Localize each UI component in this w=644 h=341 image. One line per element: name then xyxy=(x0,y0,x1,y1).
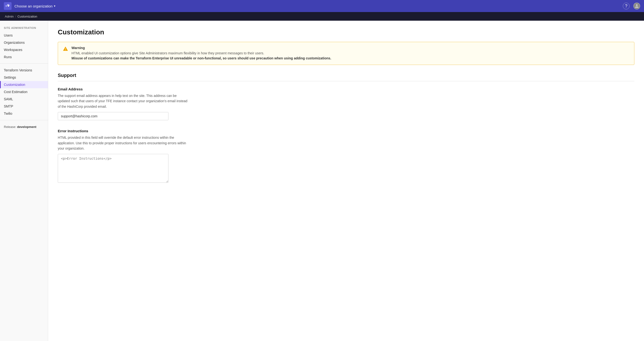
logo-icon xyxy=(5,3,10,8)
org-selector-chevron: ▾ xyxy=(54,4,55,8)
nav-right: ? xyxy=(623,3,640,9)
sidebar-item-smtp[interactable]: SMTP xyxy=(0,103,48,110)
warning-title: Warning xyxy=(72,46,629,50)
email-address-description: The support email address appears in hel… xyxy=(58,93,188,109)
error-instructions-label: Error Instructions xyxy=(58,129,634,133)
nav-left: Choose an organization ▾ xyxy=(4,2,55,10)
sidebar: SITE ADMINISTRATION Users Organizations … xyxy=(0,21,48,341)
error-instructions-field-block: Error Instructions HTML provided in this… xyxy=(58,129,634,183)
sidebar-divider-2 xyxy=(0,120,48,120)
sidebar-item-twilio[interactable]: Twilio xyxy=(0,110,48,117)
sidebar-item-runs[interactable]: Runs xyxy=(0,53,48,61)
breadcrumb-current: Customization xyxy=(17,15,37,18)
error-instructions-description: HTML provided in this field will overrid… xyxy=(58,135,188,151)
email-address-input[interactable] xyxy=(58,112,168,120)
warning-text-normal: HTML enabled UI customization options gi… xyxy=(72,51,264,55)
sidebar-item-customization[interactable]: Customization xyxy=(0,81,48,88)
release-label: Release: xyxy=(4,125,16,129)
support-section-title: Support xyxy=(58,73,634,81)
page-layout: SITE ADMINISTRATION Users Organizations … xyxy=(0,21,644,341)
sidebar-item-organizations[interactable]: Organizations xyxy=(0,39,48,46)
sidebar-item-workspaces[interactable]: Workspaces xyxy=(0,46,48,53)
main-content: Customization Warning HTML enabled UI cu… xyxy=(48,21,644,341)
sidebar-item-cost-estimation[interactable]: Cost Estimation xyxy=(0,88,48,95)
email-address-field-block: Email Address The support email address … xyxy=(58,87,634,127)
help-button[interactable]: ? xyxy=(623,3,630,9)
avatar-icon xyxy=(634,4,639,8)
org-selector-text: Choose an organization xyxy=(14,4,52,8)
sidebar-item-saml[interactable]: SAML xyxy=(0,95,48,103)
warning-box: Warning HTML enabled UI customization op… xyxy=(58,42,634,65)
sidebar-item-users[interactable]: Users xyxy=(0,32,48,39)
warning-text-bold: Misuse of customizations can make the Te… xyxy=(72,56,331,60)
breadcrumb-admin[interactable]: Admin xyxy=(5,15,14,18)
release-value: development xyxy=(17,125,36,129)
error-instructions-textarea[interactable] xyxy=(58,154,168,183)
org-selector[interactable]: Choose an organization ▾ xyxy=(14,4,55,8)
sidebar-item-terraform-versions[interactable]: Terraform Versions xyxy=(0,67,48,74)
warning-text: HTML enabled UI customization options gi… xyxy=(72,51,629,61)
sidebar-divider-1 xyxy=(0,63,48,64)
breadcrumb-separator: / xyxy=(15,15,16,18)
email-address-label: Email Address xyxy=(58,87,634,91)
warning-content: Warning HTML enabled UI customization op… xyxy=(72,46,629,61)
user-avatar[interactable] xyxy=(634,3,640,9)
breadcrumb-bar: Admin / Customization xyxy=(0,12,644,21)
support-section: Support Email Address The support email … xyxy=(58,73,634,183)
app-logo[interactable] xyxy=(4,2,12,10)
sidebar-item-settings[interactable]: Settings xyxy=(0,74,48,81)
page-title: Customization xyxy=(58,28,634,36)
sidebar-section-label: SITE ADMINISTRATION xyxy=(0,26,48,32)
top-nav: Choose an organization ▾ ? xyxy=(0,0,644,12)
warning-icon xyxy=(63,46,68,51)
sidebar-release: Release: development xyxy=(0,123,48,131)
